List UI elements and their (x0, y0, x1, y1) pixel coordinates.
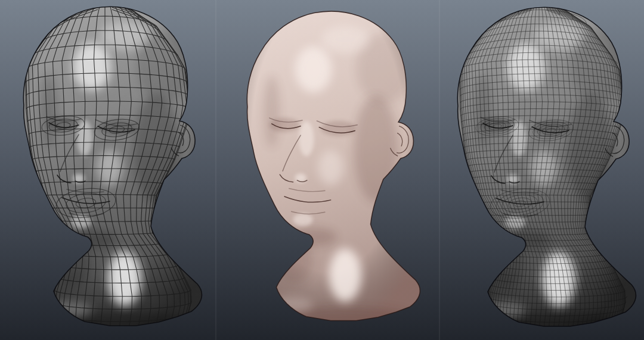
render-comparison (0, 0, 644, 340)
viewport-canvas (0, 0, 644, 340)
